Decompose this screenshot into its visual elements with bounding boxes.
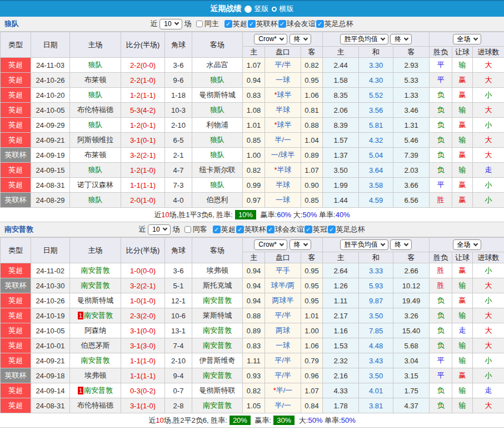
league-checkbox[interactable]: ✓英超 — [213, 224, 236, 234]
handicap-result: 输 — [452, 133, 473, 148]
away-odds: 0.95 — [301, 293, 323, 308]
goals-over-under-result: 小 — [473, 353, 504, 368]
home-team-cell: 1南安普敦 — [70, 383, 121, 398]
match-date: 24-09-18 — [31, 368, 70, 383]
league-checkbox[interactable]: ✓英联杯 — [236, 224, 266, 234]
match-date: 24-11-03 — [31, 58, 70, 73]
away-team-cell: 狼队 — [192, 178, 243, 193]
win-draw-loss-result: 负 — [430, 118, 452, 133]
away-team-name: 水晶宫 — [207, 61, 228, 69]
chevron-down-icon — [174, 21, 178, 25]
home-team-cell: 狼队 — [70, 163, 121, 178]
win-draw-loss-result: 负 — [430, 133, 452, 148]
league-type-badge: 英超 — [1, 163, 31, 178]
handicap-line: 平手 — [265, 263, 301, 278]
full-match-select[interactable]: 全场 — [453, 239, 481, 250]
score-halftime: 1-2(1-0) — [121, 163, 165, 178]
home-team-cell: 伯恩茅斯 — [70, 338, 121, 353]
summary-text: 近 — [148, 416, 156, 426]
final-odds-select[interactable]: 终 — [290, 34, 311, 44]
final-avg-select[interactable]: 终 — [390, 34, 412, 44]
away-team-cell: 南安普敦 — [192, 323, 243, 338]
home-team-name: 埃弗顿 — [84, 371, 106, 379]
score-halftime: 3-2(2-1) — [121, 278, 165, 293]
final-odds-select[interactable]: 终 — [290, 239, 311, 250]
corner-count: 4-7 — [165, 163, 192, 178]
league-type-badge: 英超 — [1, 338, 31, 353]
home-odds: 1.07 — [243, 58, 265, 73]
league-checkbox[interactable]: ✓英超 — [224, 19, 247, 29]
col-odds-home: 主 — [243, 252, 265, 263]
home-odds: 0.94 — [243, 278, 265, 293]
league-checkbox[interactable]: ✓英足总杯 — [328, 224, 365, 234]
full-match-select[interactable]: 全场 — [453, 34, 481, 44]
chevron-down-icon — [473, 241, 477, 246]
league-type-badge: 英超 — [1, 103, 31, 118]
league-type-badge: 英超 — [1, 308, 31, 323]
odds-company-select[interactable]: Crow* — [254, 239, 287, 250]
checkbox-checked-icon: ✓ — [267, 226, 275, 233]
handicap-line: 半球 — [265, 178, 301, 193]
handicap-line: *球半 — [265, 118, 301, 133]
col-odds-away: 客 — [301, 252, 323, 263]
handicap-result: 走 — [452, 323, 473, 338]
red-card-badge: 1 — [78, 312, 83, 319]
avg-odds-select[interactable]: 胜平负均值 — [340, 239, 388, 250]
match-row: 英超 24-10-19 1南安普敦 2-3(2-0) 10-6 莱斯特城 0.8… — [1, 308, 504, 323]
away-team-cell: 伊普斯维奇 — [192, 353, 243, 368]
home-team-name: 布伦特福德 — [77, 106, 113, 114]
league-checkbox[interactable]: ✓球会友谊 — [278, 19, 316, 29]
league-checkbox[interactable]: ✓英足总杯 — [316, 19, 353, 29]
same-home-checkbox[interactable]: 同主 — [196, 19, 219, 29]
away-odds: 1.06 — [301, 88, 323, 103]
vertical-layout-radio[interactable] — [244, 6, 252, 13]
match-row: 英超 24-09-21 南安普敦 1-1(1-0) 2-10 伊普斯维奇 1.1… — [1, 353, 504, 368]
match-row: 英超 24-11-02 南安普敦 1-0(0-0) 3-6 埃弗顿 0.94 平… — [1, 263, 504, 278]
recent-count-select[interactable]: 10 — [148, 224, 170, 235]
match-date: 24-10-26 — [31, 73, 70, 88]
away-team-cell: 狼队 — [192, 73, 243, 88]
league-checkbox[interactable]: ✓英联杯 — [248, 19, 278, 29]
rate-badge: 10% — [235, 210, 256, 219]
odds-company-select[interactable]: Crow* — [254, 34, 287, 44]
league-checkbox[interactable]: ✓英冠 — [305, 224, 327, 234]
team-name: 南安普敦 — [4, 224, 33, 234]
away-team-name: 莱斯特城 — [203, 311, 232, 319]
home-team-name: 布莱顿 — [84, 151, 106, 159]
same-away-checkbox[interactable]: 同客 — [184, 224, 207, 234]
away-team-cell: 水晶宫 — [192, 58, 243, 73]
league-type-badge: 英联杯 — [1, 148, 31, 163]
handicap-result: 输 — [452, 338, 473, 353]
avg-draw-odds: 9.87 — [359, 293, 393, 308]
avg-home-odds: 2.32 — [323, 353, 359, 368]
final-avg-select[interactable]: 终 — [390, 239, 412, 250]
win-draw-loss-result: 负 — [430, 398, 452, 413]
avg-odds-select[interactable]: 胜平负均值 — [340, 34, 388, 44]
away-team-name: 狼队 — [210, 181, 224, 189]
handicap-line: 两球半 — [265, 293, 301, 308]
home-odds: 0.83 — [243, 88, 265, 103]
match-date: 24-10-20 — [31, 88, 70, 103]
match-row: 英超 24-09-14 1南安普敦 0-3(0-2) 0-7 曼彻斯特联 0.8… — [1, 383, 504, 398]
away-odds: 0.82 — [301, 58, 323, 73]
away-odds: 1.01 — [301, 308, 323, 323]
col-avg-home: 主 — [323, 47, 359, 58]
col-away: 客场 — [192, 32, 243, 58]
league-checkbox[interactable]: ✓球会友谊 — [267, 224, 304, 234]
horizontal-layout-radio[interactable] — [272, 7, 277, 12]
away-team-cell: 莱斯特城 — [192, 308, 243, 323]
avg-home-odds: 1.99 — [323, 178, 359, 193]
home-team-name: 狼队 — [88, 166, 103, 174]
away-team-cell: 伯恩利 — [192, 193, 243, 208]
score-halftime: 1-1(1-0) — [121, 353, 165, 368]
recent-count-select[interactable]: 10 — [159, 19, 182, 29]
handicap-line: 平/半 — [265, 308, 301, 323]
league-type-badge: 英联杯 — [1, 278, 31, 293]
league-type-badge: 英超 — [1, 383, 31, 398]
win-draw-loss-result: 胜 — [430, 193, 452, 208]
away-team-name: 利物浦 — [207, 121, 228, 129]
checkbox-checked-icon: ✓ — [213, 226, 221, 233]
corner-count: 3-6 — [165, 263, 192, 278]
away-team-name: 曼彻斯特联 — [199, 386, 236, 394]
col-date: 日期 — [31, 238, 70, 263]
